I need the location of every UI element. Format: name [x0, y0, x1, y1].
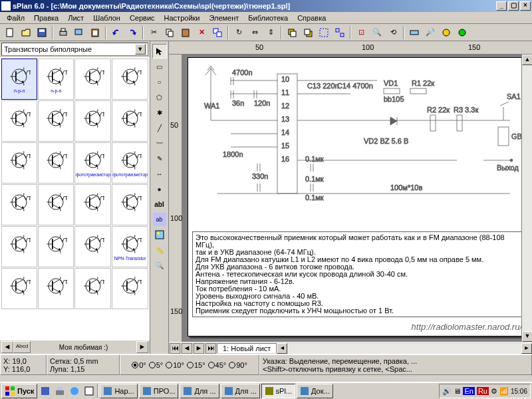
angle-selector[interactable]: 0°5°10°15°45°90°: [120, 354, 259, 375]
options2-button[interactable]: [455, 25, 469, 40]
measure-tool[interactable]: 📏: [152, 243, 167, 257]
palette-prev-button[interactable]: ◄: [1, 341, 13, 353]
angle-option[interactable]: 10°: [166, 361, 184, 369]
palette-item[interactable]: VT?: [1, 226, 37, 267]
curve-tool[interactable]: 〰: [152, 136, 167, 150]
special-tool[interactable]: ✱: [152, 105, 167, 120]
taskbar-task[interactable]: Нар...: [100, 384, 137, 398]
open-button[interactable]: [19, 25, 33, 40]
textbox-tool[interactable]: ab: [152, 212, 167, 227]
category-combo[interactable]: Транзисторы биполярные ▾: [1, 43, 148, 56]
circle-tool[interactable]: ○: [152, 74, 167, 89]
menu-service[interactable]: Сервис: [126, 13, 159, 23]
palette-item[interactable]: VT?: [74, 59, 111, 100]
scroll-down-icon[interactable]: ▼: [522, 331, 532, 342]
palette-item[interactable]: VT?: [74, 184, 111, 225]
menu-library[interactable]: Библиотека: [244, 13, 292, 23]
palette-item[interactable]: VT?: [38, 142, 74, 184]
palette-item[interactable]: VT?: [112, 184, 148, 225]
print-button[interactable]: [56, 25, 70, 40]
zoom-tool[interactable]: 🔍: [152, 258, 167, 273]
scroll-up-icon[interactable]: ▲: [522, 55, 532, 65]
back-button[interactable]: [301, 25, 315, 40]
group-button[interactable]: [317, 25, 331, 40]
components-button[interactable]: [407, 25, 422, 40]
zoom-button[interactable]: 🔍: [370, 25, 384, 40]
taskbar-task[interactable]: ПРО...: [139, 384, 179, 398]
mirror-v-button[interactable]: ⇕: [263, 25, 278, 40]
freehand-tool[interactable]: ✎: [152, 151, 167, 166]
minimize-button[interactable]: _: [496, 1, 507, 11]
clipboard-button[interactable]: [88, 25, 102, 40]
palette-item[interactable]: VT?: [74, 268, 111, 309]
zoom-prev-button[interactable]: ⟲: [386, 25, 400, 40]
palette-item[interactable]: VT?NPN-Transistor: [112, 226, 148, 267]
palette-item[interactable]: VT?: [74, 226, 111, 267]
ungroup-button[interactable]: [332, 25, 347, 40]
palette-item[interactable]: VT?: [112, 268, 148, 309]
redo-button[interactable]: [125, 25, 140, 40]
angle-option[interactable]: 5°: [149, 361, 164, 369]
palette-item[interactable]: VT?: [38, 184, 74, 225]
save-button[interactable]: [35, 25, 49, 40]
quick-launch-2[interactable]: [53, 384, 66, 398]
pointer-tool[interactable]: [152, 44, 167, 59]
quick-launch-4[interactable]: [82, 384, 96, 398]
angle-option[interactable]: 0°: [132, 361, 146, 369]
taskbar-task[interactable]: Для ...: [180, 384, 219, 398]
palette-abcd-button[interactable]: Abcd: [13, 341, 31, 353]
quick-launch-3[interactable]: [68, 384, 81, 398]
rectangle-tool[interactable]: ▭: [152, 59, 167, 74]
taskbar-task[interactable]: sPl...: [261, 384, 295, 398]
tab-next-button[interactable]: ►: [194, 343, 204, 354]
zoom-fit-button[interactable]: ⊡: [354, 25, 368, 40]
drawing-canvas[interactable]: WA1 10 11 12 13 14 15 16: [182, 55, 521, 342]
menu-file[interactable]: Файл: [3, 13, 29, 23]
delete-button[interactable]: ✕: [194, 25, 209, 40]
tray-icon[interactable]: 📶: [499, 387, 509, 396]
quick-launch-1[interactable]: [39, 384, 52, 398]
palette-item[interactable]: VT?: [112, 100, 148, 142]
menu-template[interactable]: Шаблон: [89, 13, 124, 23]
palette-next-button[interactable]: ►: [136, 341, 148, 353]
line-tool[interactable]: ╱: [152, 120, 167, 135]
tab-last-button[interactable]: ⏭: [205, 343, 216, 354]
scroll-left-icon[interactable]: ◄: [277, 343, 287, 354]
dropdown-icon[interactable]: ▾: [135, 44, 146, 55]
taskbar-task[interactable]: Для ...: [221, 384, 260, 398]
vertical-scrollbar[interactable]: ▲ ▼: [521, 55, 532, 342]
palette-item[interactable]: VT?: [38, 100, 74, 142]
palette-item[interactable]: VT?фототранзистор: [112, 142, 148, 184]
cut-button[interactable]: ✂: [146, 25, 161, 40]
tray-icon[interactable]: ⚙: [491, 387, 497, 396]
menu-help[interactable]: Справка: [293, 13, 330, 23]
lang-ru[interactable]: Ru: [477, 387, 489, 395]
close-button[interactable]: ×: [520, 1, 531, 11]
new-button[interactable]: [3, 25, 17, 40]
palette-item[interactable]: VT?: [74, 100, 111, 142]
taskbar-task[interactable]: Док...: [297, 384, 333, 398]
palette-item[interactable]: VT?: [1, 268, 37, 309]
menu-element[interactable]: Элемент: [205, 13, 243, 23]
angle-option[interactable]: 90°: [229, 361, 247, 369]
tab-first-button[interactable]: ⏮: [170, 343, 180, 354]
paste-button[interactable]: [178, 25, 193, 40]
rotate-button[interactable]: ↻: [231, 25, 246, 40]
menu-edit[interactable]: Правка: [30, 13, 63, 23]
image-tool[interactable]: [152, 227, 167, 242]
angle-option[interactable]: 15°: [187, 361, 205, 369]
tray-icon[interactable]: 🔊: [442, 387, 452, 396]
menu-settings[interactable]: Настройки: [160, 13, 204, 23]
palette-item[interactable]: VT?n-p-n транзистор: [1, 59, 37, 100]
lang-en[interactable]: En: [463, 387, 474, 395]
palette-item[interactable]: VT?: [112, 59, 148, 100]
palette-item[interactable]: VT?: [1, 184, 37, 225]
undo-button[interactable]: [109, 25, 124, 40]
copy-button[interactable]: [162, 25, 177, 40]
junction-tool[interactable]: ●: [152, 182, 167, 196]
front-button[interactable]: [285, 25, 299, 40]
palette-item[interactable]: VT?n-p-n транзистор: [38, 59, 74, 100]
angle-option[interactable]: 45°: [208, 361, 227, 369]
palette-item[interactable]: VT?: [1, 100, 37, 142]
palette-item[interactable]: VT?фототранзистор: [74, 142, 111, 184]
